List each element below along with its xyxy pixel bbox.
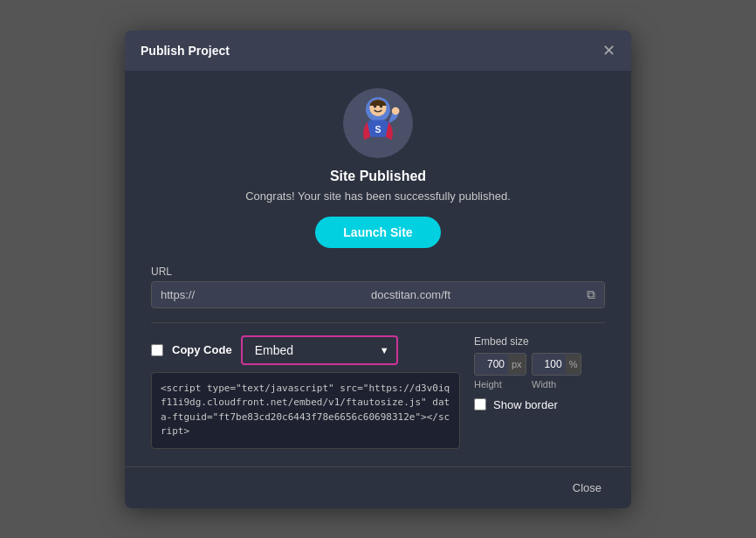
copy-url-icon[interactable]: ⧉ <box>587 287 595 302</box>
launch-site-button[interactable]: Launch Site <box>315 217 440 248</box>
size-labels-row: Height Width <box>474 379 605 390</box>
url-value-right: docstitan.com/ft <box>371 288 581 301</box>
show-border-row: Show border <box>474 398 605 411</box>
section-divider <box>151 322 605 323</box>
dialog-title: Publish Project <box>141 44 230 58</box>
height-input[interactable] <box>475 354 508 375</box>
publish-dialog: Publish Project ✕ <box>125 31 631 508</box>
show-border-label: Show border <box>493 398 558 411</box>
size-inputs-row: px % <box>474 353 605 376</box>
url-input-wrapper: https:// docstitan.com/ft ⧉ <box>151 281 605 308</box>
dialog-body: S Site Published Congrats! Your site has… <box>125 71 631 466</box>
copy-code-label: Copy Code <box>172 343 232 356</box>
published-title: Site Published <box>330 169 426 184</box>
bottom-section: Copy Code Embed iFrame ▼ <script type="t… <box>151 335 605 449</box>
width-input[interactable] <box>533 354 566 375</box>
congrats-text: Congrats! Your site has been successfull… <box>245 190 511 203</box>
avatar: S <box>343 88 413 158</box>
dialog-footer: Close <box>125 466 631 508</box>
svg-point-6 <box>392 107 400 114</box>
url-label: URL <box>151 266 605 278</box>
embed-select-wrapper: Embed iFrame ▼ <box>241 335 398 365</box>
height-unit: px <box>508 355 526 374</box>
svg-text:S: S <box>375 123 381 134</box>
close-icon-button[interactable]: ✕ <box>602 43 615 59</box>
right-panel: Embed size px % Height Width <box>474 335 605 411</box>
width-input-group: % <box>532 353 582 376</box>
url-value-left: https:// <box>161 288 371 301</box>
left-panel: Copy Code Embed iFrame ▼ <script type="t… <box>151 335 460 449</box>
copy-code-row: Copy Code Embed iFrame ▼ <box>151 335 460 365</box>
width-field-label: Width <box>532 379 584 390</box>
embed-size-label: Embed size <box>474 335 605 348</box>
embed-type-select[interactable]: Embed iFrame <box>241 335 398 365</box>
copy-code-checkbox[interactable] <box>151 344 163 356</box>
width-unit: % <box>566 355 581 374</box>
close-dialog-button[interactable]: Close <box>560 476 614 500</box>
url-section: URL https:// docstitan.com/ft ⧉ <box>151 266 605 308</box>
show-border-checkbox[interactable] <box>474 398 486 410</box>
dialog-header: Publish Project ✕ <box>125 31 631 71</box>
height-field-label: Height <box>474 379 526 390</box>
height-input-group: px <box>474 353 526 376</box>
embed-code-box[interactable]: <script type="text/javascript" src="http… <box>151 372 460 449</box>
